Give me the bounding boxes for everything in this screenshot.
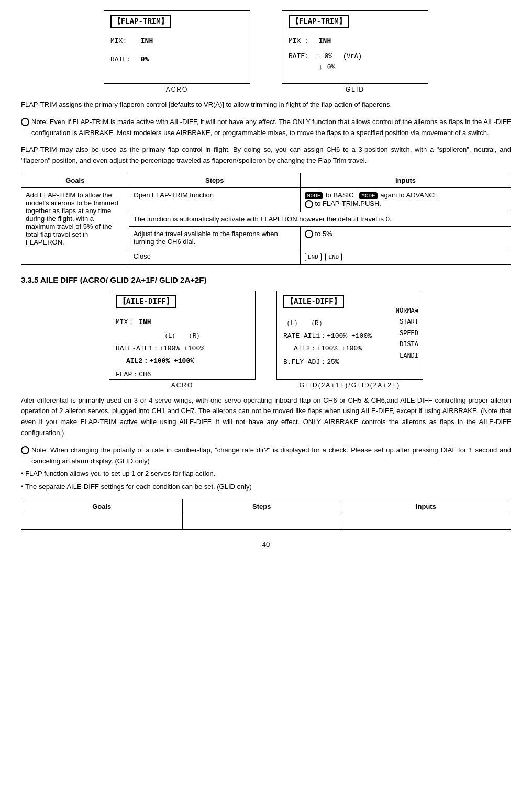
aile-glid-title: AILE-DIFF [283, 295, 344, 308]
goals-cell: Add FLAP-TRIM to allow the model's ailer… [21, 187, 129, 264]
acro-rate-label: RATE: [110, 55, 137, 63]
input-3: to 5% [300, 226, 511, 249]
bottom-table: Goals Steps Inputs [21, 499, 511, 530]
menu-dista: DISTA [396, 339, 418, 351]
header-inputs: Inputs [300, 173, 511, 187]
aile-acro-rate2: AIL2：+100% +100% [126, 356, 249, 365]
glid-mix-value: INH [319, 37, 331, 45]
aile-description: Ailer differential is primarily used on … [21, 395, 511, 439]
input-1-extra2: to FLAP-TRIM.PUSH. [315, 199, 381, 207]
aile-acro-lr: （L） （R） [116, 331, 249, 340]
section2-heading: 3.3.5 AILE DIFF (ACRO/ GLID 2A+1F/ GLID … [21, 275, 511, 284]
aile-glid-menu: NORMA◄ START SPEED DISTA LANDI [396, 306, 418, 362]
bullet2-text: • The separate AILE-DIFF settings for ea… [21, 482, 511, 493]
glid-rate-down: 0% [327, 63, 336, 71]
input-3-text: to 5% [315, 230, 332, 238]
aile-acro-mix: MIX： INH [116, 317, 249, 327]
aile-acro-flap: FLAP：CH6 [116, 370, 249, 379]
mode-badge-1: MODE [305, 192, 323, 199]
aile-acro-box: AILE-DIFF MIX： INH （L） （R） RATE-AIL1：+10… [109, 291, 256, 380]
menu-speed: SPEED [396, 328, 418, 340]
bottom-header-inputs: Inputs [341, 499, 511, 514]
bottom-row-inputs [341, 514, 511, 529]
step-2-combined: The function is automatically activate w… [129, 212, 511, 226]
bottom-row-goals [21, 514, 183, 529]
aile-glid-screen: AILE-DIFF NORMA◄ START SPEED DISTA LANDI… [276, 291, 423, 389]
top-screens-container: FLAP-TRIM MIX: INH RATE: 0% ACRO FLAP-TR… [21, 10, 511, 93]
menu-start: START [396, 317, 418, 328]
down-arrow-icon [319, 63, 323, 71]
header-steps: Steps [129, 173, 300, 187]
aile-glid-box: AILE-DIFF NORMA◄ START SPEED DISTA LANDI… [276, 291, 423, 380]
note1-text: Note: Even if FLAP-TRIM is made active w… [31, 117, 511, 139]
bullet1-text: • FLAP function allows you to set up 1 o… [21, 469, 511, 480]
glid-rate-up-block: 0% [316, 52, 337, 60]
bottom-row-steps [182, 514, 341, 529]
acro-caption: ACRO [104, 86, 250, 93]
menu-landi: LANDI [396, 351, 418, 362]
acro-mix-line: MIX: INH [110, 37, 243, 45]
glid-rate-down-block: 0% [319, 63, 422, 71]
menu-norma: NORMA◄ [396, 306, 418, 317]
acro-screen-title: FLAP-TRIM [110, 15, 171, 28]
main-table: Goals Steps Inputs Add FLAP-TRIM to allo… [21, 173, 511, 265]
glid-screen-box: FLAP-TRIM MIX : INH RATE: 0% (VrA) 0% [282, 10, 428, 84]
input-1-text: to BASIC [326, 191, 353, 199]
acro-rate-line: RATE: 0% [110, 55, 243, 63]
dial-icon-1 [305, 200, 313, 208]
step-3: Adjust the travel available to the flape… [129, 226, 300, 249]
step-1: Open FLAP-TRIM function [129, 187, 300, 212]
glid-screen-title: FLAP-TRIM [289, 15, 349, 28]
acro-screen-box: FLAP-TRIM MIX: INH RATE: 0% [104, 10, 250, 84]
aile-acro-rate1: RATE-AIL1：+100% +100% [116, 343, 249, 353]
step-close: Close [129, 249, 300, 264]
end-badge-1: END [305, 253, 322, 261]
acro-mix-label: MIX: [110, 37, 137, 45]
acro-screen: FLAP-TRIM MIX: INH RATE: 0% ACRO [104, 10, 250, 93]
glid-screen: FLAP-TRIM MIX : INH RATE: 0% (VrA) 0% GL… [282, 10, 428, 93]
acro-rate-value: 0% [141, 55, 149, 63]
glid-mix-label: MIX : [289, 37, 315, 45]
bottom-header-steps: Steps [182, 499, 341, 514]
glid-caption: GLID [282, 86, 428, 93]
aile-acro-title: AILE-DIFF [116, 295, 176, 308]
table-row: Add FLAP-TRIM to allow the model's ailer… [21, 187, 511, 212]
up-arrow-icon [316, 52, 320, 60]
glid-vra: (VrA) [343, 53, 362, 60]
bottom-header-goals: Goals [21, 499, 183, 514]
mode-badge-2: MODE [359, 192, 377, 199]
glid-mix-line: MIX : INH [289, 37, 422, 45]
header-goals: Goals [21, 173, 129, 187]
page-number: 40 [21, 540, 511, 548]
note2-container: Note: When changing the polarity of a ra… [21, 445, 511, 467]
dial-icon-2 [305, 230, 313, 238]
end-badge-2: END [325, 253, 342, 261]
input-1-extra: again to ADVANCE [380, 191, 438, 199]
input-close: END END [300, 249, 511, 264]
glid-rate-up: 0% [324, 52, 332, 60]
aile-glid-caption: GLID(2A+1F)/GLID(2A+2F) [276, 382, 423, 389]
note1-container: Note: Even if FLAP-TRIM is made active w… [21, 117, 511, 139]
description2: FLAP-TRIM may also be used as the primar… [21, 145, 511, 166]
acro-mix-value: INH [141, 37, 153, 45]
note2-icon [21, 446, 29, 454]
note1-icon [21, 118, 29, 126]
aile-screens-container: AILE-DIFF MIX： INH （L） （R） RATE-AIL1：+10… [21, 291, 511, 389]
aile-acro-screen: AILE-DIFF MIX： INH （L） （R） RATE-AIL1：+10… [109, 291, 256, 389]
input-1: MODE to BASIC MODE again to ADVANCE to F… [300, 187, 511, 212]
glid-rate-block: RATE: 0% (VrA) [289, 52, 422, 60]
aile-acro-caption: ACRO [109, 382, 256, 389]
note2-text: Note: When changing the polarity of a ra… [31, 445, 511, 467]
glid-rate-label: RATE: [289, 52, 309, 60]
description1: FLAP-TRIM assigns the primary flaperon c… [21, 99, 511, 110]
